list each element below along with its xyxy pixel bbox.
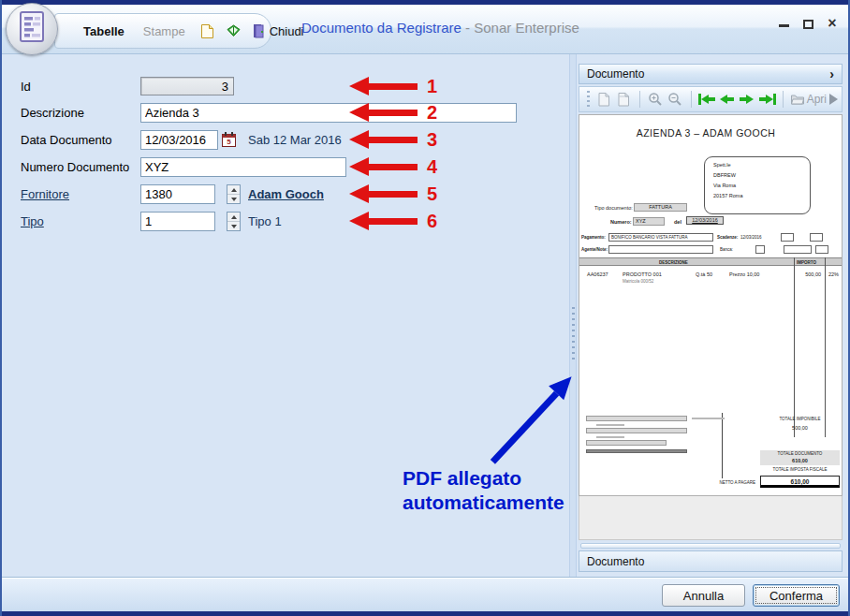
maximize-button[interactable] — [801, 16, 814, 29]
last-page-button[interactable] — [758, 89, 776, 110]
documento-panel-header[interactable]: Documento › — [579, 64, 843, 84]
tipo-input[interactable] — [140, 212, 215, 231]
red-arrow-icon — [349, 184, 369, 203]
minimize-button[interactable] — [777, 16, 790, 29]
app-window: Tabelle Stampe — [0, 0, 850, 616]
main-toolbar: Tabelle Stampe — [54, 13, 271, 49]
previous-page-button[interactable] — [718, 89, 736, 110]
spinner-up-button[interactable] — [227, 185, 240, 195]
pdf-numero-label: Numero: — [610, 219, 632, 226]
data-documento-input[interactable] — [140, 130, 218, 150]
page-copy-icon — [617, 92, 630, 107]
field-label-descrizione: Descrizione — [21, 106, 84, 120]
pdf-item-code: AA06237 — [587, 271, 608, 278]
minimize-icon — [779, 24, 789, 27]
first-page-icon — [698, 94, 715, 105]
apri-label: Apri — [807, 93, 827, 106]
next-page-button[interactable] — [739, 89, 756, 110]
field-label-numero-documento: Numero Documento — [21, 160, 129, 174]
title-bar: Tabelle Stampe — [2, 5, 848, 54]
callout-number: 5 — [427, 183, 437, 205]
pdf-table-header: DESCRIZIONE IMPORTO — [579, 257, 842, 266]
pdf-document-page: AZIENDA 3 – ADAM GOOCH Spett.le DBFREW V… — [579, 115, 842, 495]
last-page-icon — [759, 94, 776, 105]
callout-number: 6 — [427, 211, 437, 232]
tipo-spinner[interactable] — [227, 212, 241, 231]
apri-button[interactable]: Apri — [790, 89, 827, 110]
splitter-grip[interactable] — [572, 307, 575, 363]
pdf-numero-value: XYZ — [633, 217, 665, 226]
form-row-descrizione: Descrizione — [2, 103, 575, 124]
spinner-down-button[interactable] — [227, 222, 240, 230]
fornitore-input[interactable] — [140, 184, 215, 204]
pdf-item-price: Prezzo 10,00 — [729, 271, 759, 278]
svg-text:5: 5 — [227, 138, 231, 146]
pdf-scadenze-value: 12/03/2016 — [740, 235, 762, 241]
field-label-id: Id — [21, 80, 31, 94]
new-page-button[interactable] — [595, 89, 613, 110]
pdf-pagamento-label: Pagamento: — [581, 235, 606, 241]
spinner-up-button[interactable] — [227, 213, 240, 222]
calendar-icon: 5 — [221, 131, 238, 148]
zoom-out-button[interactable] — [667, 89, 684, 110]
first-page-button[interactable] — [698, 89, 716, 110]
fornitore-link-label[interactable]: Fornitore — [21, 187, 69, 201]
callout-arrow-3: 3 — [349, 129, 437, 150]
calendar-button[interactable]: 5 — [221, 131, 238, 148]
toolbar-overflow-button[interactable] — [829, 94, 838, 105]
pdf-totale-doc-label: TOTALE DOCUMENTO — [760, 451, 840, 457]
fornitore-spinner[interactable] — [227, 184, 241, 204]
descrizione-input[interactable] — [140, 103, 517, 123]
spinner-down-button[interactable] — [227, 195, 240, 203]
annulla-button[interactable]: Annulla — [662, 584, 745, 607]
pdf-item-desc: PRODOTTO 001 — [623, 271, 662, 278]
pdf-totale-doc-value: 610,00 — [760, 458, 840, 464]
copy-page-button[interactable] — [615, 89, 633, 110]
catalog-button[interactable] — [222, 22, 245, 40]
tipo-name-text: Tipo 1 — [248, 214, 282, 228]
blue-annotation-arrow — [485, 368, 580, 468]
pdf-scadenze-label: Scadenze: — [717, 235, 738, 241]
callout-number: 1 — [427, 76, 437, 97]
close-button[interactable]: × — [826, 16, 839, 29]
window-title: Documento da Registrare - Sonar Enterpri… — [301, 20, 579, 36]
arrow-down-icon — [231, 225, 237, 228]
conferma-button[interactable]: Conferma — [753, 584, 840, 607]
new-document-button[interactable] — [197, 22, 218, 41]
fornitore-name-link[interactable]: Adam Gooch — [248, 187, 324, 201]
page-icon — [597, 92, 610, 107]
callout-arrow-1: 1 — [349, 76, 437, 96]
chevron-right-icon[interactable]: › — [829, 66, 834, 81]
tipo-link-label[interactable]: Tipo — [21, 214, 44, 228]
footer-tab-label: Documento — [587, 555, 644, 568]
pdf-preview[interactable]: AZIENDA 3 – ADAM GOOCH Spett.le DBFREW V… — [579, 114, 843, 496]
panel-title: Documento — [587, 67, 644, 81]
pdf-agente-label: Agente/Note: — [581, 247, 608, 253]
pdf-tipo-label: Tipo documento: — [594, 205, 633, 212]
numero-documento-input[interactable] — [140, 157, 346, 177]
field-label-data-documento: Data Documento — [21, 133, 112, 147]
documento-footer-tab[interactable]: Documento — [579, 550, 843, 572]
chiudi-button[interactable]: Chiudi — [249, 22, 308, 40]
menu-stampe[interactable]: Stampe — [136, 22, 193, 41]
pdf-title: AZIENDA 3 – ADAM GOOCH — [579, 127, 832, 139]
toolbar-grip[interactable] — [587, 91, 590, 108]
close-icon: × — [828, 17, 836, 29]
zoom-in-button[interactable] — [647, 89, 665, 110]
pdf-netto-value: 610,00 — [760, 476, 840, 488]
vertical-splitter[interactable] — [569, 54, 577, 577]
panel-horizontal-splitter[interactable] — [580, 543, 841, 549]
arrow-down-icon — [231, 198, 237, 201]
window-bottom-border — [2, 611, 848, 616]
red-arrow-icon — [349, 103, 369, 122]
callout-number: 4 — [427, 156, 437, 178]
previous-page-icon — [720, 95, 734, 104]
menu-tabelle[interactable]: Tabelle — [76, 22, 132, 41]
zoom-in-icon — [648, 92, 663, 107]
app-menu-orb[interactable] — [6, 3, 58, 55]
id-field: 3 — [140, 77, 234, 95]
toolbar-separator — [691, 91, 692, 108]
pdf-tipo-value: FATTURA — [634, 203, 687, 212]
exit-door-icon — [253, 23, 266, 38]
red-arrow-icon — [349, 212, 369, 230]
